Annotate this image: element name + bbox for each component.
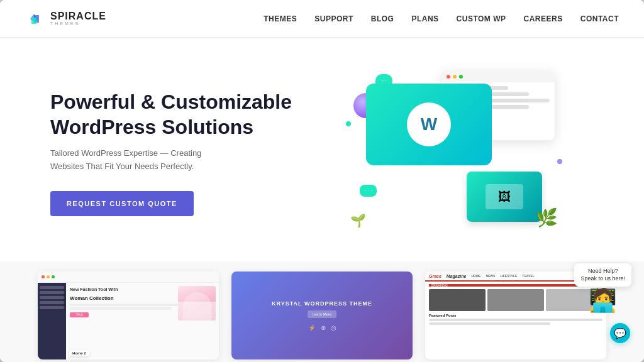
logo-icon xyxy=(25,9,45,29)
tc2-icon-3: ◎ xyxy=(331,324,336,331)
themes-section: New Fashion Tool With Woman Collection S… xyxy=(0,261,644,362)
help-line1: Need Help? xyxy=(588,268,618,274)
tc1-product-img xyxy=(178,286,216,321)
tc1-body: New Fashion Tool With Woman Collection S… xyxy=(38,283,219,359)
theme-card-2[interactable]: KRYSTAL WORDPRESS THEME Learn More ⚡ ⊕ ◎ xyxy=(231,272,413,359)
tc3-img-2 xyxy=(487,289,544,311)
tc3-brand-2: Magazine xyxy=(447,274,467,278)
nav-careers[interactable]: CAREERS xyxy=(524,14,563,23)
hero-title: Powerful & Customizable WordPress Soluti… xyxy=(50,89,314,140)
tc2-title: KRYSTAL WORDPRESS THEME xyxy=(272,300,372,307)
nav-blog[interactable]: BLOG xyxy=(371,14,394,23)
hero-left: Powerful & Customizable WordPress Soluti… xyxy=(50,89,314,216)
hero-illustration: ··· 👤 xyxy=(314,65,594,241)
tc3-nav-4: TRAVEL xyxy=(522,274,535,278)
nav-support[interactable]: SUPPORT xyxy=(314,14,353,23)
hero-subtitle: Tailored WordPress Expertise — Creating … xyxy=(50,147,226,173)
help-avatar: 🧑‍💻 xyxy=(589,289,617,312)
wp-logo: W xyxy=(407,102,451,146)
browser-bar xyxy=(441,71,555,82)
brand-name: SPIRACLE xyxy=(50,11,106,21)
main-nav: THEMES SUPPORT BLOG PLANS CUSTOM WP CARE… xyxy=(264,14,619,23)
tc1-home-label: Home 2 xyxy=(69,350,89,356)
tc2-icons: ⚡ ⊕ ◎ xyxy=(308,324,336,331)
accent-dot-1 xyxy=(346,121,351,126)
accent-dot-2 xyxy=(557,159,562,164)
tc3-badge: BREAKING xyxy=(429,283,450,287)
logo-text: SPIRACLE THEMES xyxy=(50,11,106,26)
tc1-header xyxy=(38,272,219,283)
hero-section: Powerful & Customizable WordPress Soluti… xyxy=(0,38,644,261)
hero-title-line2: WordPress Solutions xyxy=(50,116,253,138)
nav-themes[interactable]: THEMES xyxy=(264,14,297,23)
tc3-text: Featured Posts xyxy=(429,314,602,325)
tc1-sidebar xyxy=(38,283,66,359)
speech-bubble-bottom: · · · xyxy=(360,185,377,197)
tc3-nav-1: HOME xyxy=(471,274,480,278)
nav-plans[interactable]: PLANS xyxy=(411,14,438,23)
brand-sub: THEMES xyxy=(50,21,106,26)
img-placeholder: 🖼 xyxy=(486,184,523,209)
image-card: 🖼 xyxy=(467,172,542,222)
plant-left: 🌱 xyxy=(350,213,366,228)
browser-frame: SPIRACLE THEMES THEMES SUPPORT BLOG PLAN… xyxy=(0,0,644,362)
logo[interactable]: SPIRACLE THEMES xyxy=(25,9,106,29)
tc2-icon-1: ⚡ xyxy=(308,324,316,331)
help-bubble: Need Help? Speak to us here! xyxy=(574,263,631,287)
tc2-icon-2: ⊕ xyxy=(321,324,326,331)
nav-contact[interactable]: CONTACT xyxy=(580,14,619,23)
tc3-nav-3: LIFESTYLE xyxy=(500,274,517,278)
tc3-featured-label: Featured Posts xyxy=(429,314,602,317)
chat-fab[interactable]: 💬 xyxy=(610,323,630,343)
tc1-main: New Fashion Tool With Woman Collection S… xyxy=(66,283,219,359)
main-teal-card: W xyxy=(366,84,492,165)
tc3-nav-2: NEWS xyxy=(486,274,495,278)
theme-card-1[interactable]: New Fashion Tool With Woman Collection S… xyxy=(38,272,219,359)
tc2-button[interactable]: Learn More xyxy=(308,310,337,318)
plant-right: 🌿 xyxy=(536,207,558,228)
cta-button[interactable]: REQUEST CUSTOM QUOTE xyxy=(50,191,194,216)
hero-title-line1: Powerful & Customizable xyxy=(50,90,292,113)
nav-custom-wp[interactable]: CUSTOM WP xyxy=(457,14,506,23)
help-line2: Speak to us here! xyxy=(580,275,625,282)
header: SPIRACLE THEMES THEMES SUPPORT BLOG PLAN… xyxy=(0,0,644,38)
tc3-img-1 xyxy=(429,289,486,311)
hero-graphic: ··· 👤 xyxy=(341,71,567,234)
tc3-brand: Grace xyxy=(429,274,441,278)
help-widget: Need Help? Speak to us here! 🧑‍💻 xyxy=(574,263,631,312)
